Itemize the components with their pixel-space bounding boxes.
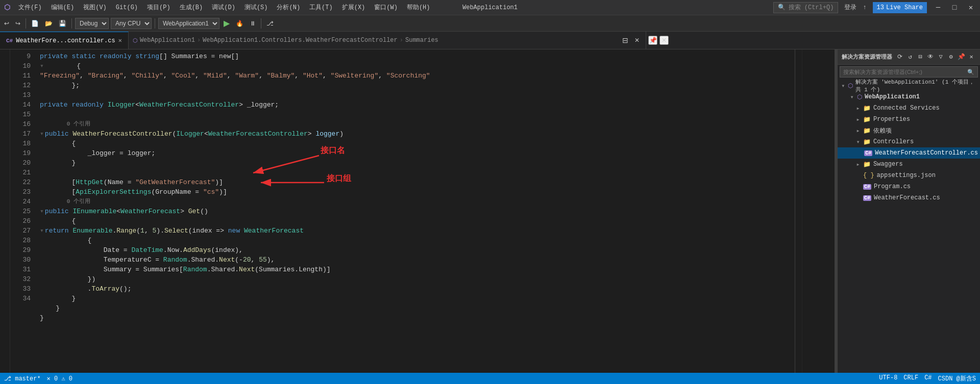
line-number: 28 bbox=[10, 236, 36, 245]
token-kw: string bbox=[135, 52, 159, 61]
tree-expand-icon: ▾ bbox=[854, 138, 862, 146]
tree-item-dependencies[interactable]: ▸📁依赖项 bbox=[838, 125, 980, 136]
token-op: , bbox=[163, 71, 172, 81]
minimize-button[interactable]: ─ bbox=[933, 3, 943, 13]
expand-icon: ▾ bbox=[840, 82, 847, 90]
menu-git[interactable]: Git(G) bbox=[112, 2, 142, 13]
menu-view[interactable]: 视图(V) bbox=[79, 1, 111, 14]
token-op: , bbox=[378, 71, 386, 81]
startup-project-select[interactable]: WebApplication1 bbox=[158, 18, 219, 29]
menu-extensions[interactable]: 扩展(X) bbox=[338, 1, 370, 14]
token-op: , bbox=[80, 71, 88, 81]
new-file-button[interactable]: 📄 bbox=[29, 17, 41, 30]
scrollbar[interactable] bbox=[795, 49, 802, 384]
token-str: "Sweltering" bbox=[331, 71, 379, 81]
menu-test[interactable]: 测试(S) bbox=[240, 1, 272, 14]
code-content[interactable]: private static readonly string[] Summari… bbox=[36, 49, 795, 384]
hot-reload-button[interactable]: 🔥 bbox=[234, 17, 246, 30]
panel-close2[interactable]: ✕ bbox=[967, 53, 976, 62]
pause-button[interactable]: ⏸ bbox=[248, 17, 258, 30]
close-panel-button[interactable]: ✕ bbox=[632, 34, 642, 46]
properties-button[interactable]: ⚙ bbox=[946, 53, 955, 62]
breadcrumb-class[interactable]: WebApplication1.Controllers.WeatherForec… bbox=[203, 37, 398, 44]
tree-item-program[interactable]: C#Program.cs bbox=[838, 181, 980, 192]
git-button[interactable]: ⎇ bbox=[264, 17, 276, 30]
menu-help[interactable]: 帮助(H) bbox=[403, 1, 434, 14]
folder-icon: 📁 bbox=[863, 127, 871, 135]
show-all-button[interactable]: 👁 bbox=[926, 53, 935, 62]
outline-gutter bbox=[827, 49, 835, 384]
token-type: Random bbox=[183, 265, 207, 274]
global-search[interactable]: 🔍 搜索 (Ctrl+Q) bbox=[773, 2, 839, 13]
token-str: "Hot" bbox=[303, 71, 323, 81]
toolbar-sep-2 bbox=[71, 18, 72, 29]
collapse-all-button[interactable]: ⊟ bbox=[916, 53, 925, 62]
line-ending[interactable]: CRLF bbox=[903, 374, 918, 383]
token-op: )] bbox=[215, 177, 223, 187]
status-left: ⎇ master* ✕ 0 ⚠ 0 bbox=[4, 375, 72, 382]
solution-icon: ⬡ bbox=[848, 82, 853, 90]
panel-pin-button[interactable]: 📌 bbox=[648, 36, 657, 45]
login-label[interactable]: 登录 bbox=[844, 3, 856, 12]
token-kw: static bbox=[71, 52, 95, 61]
live-share-button[interactable]: 13 Live Share bbox=[873, 2, 927, 13]
tree-item-properties[interactable]: ▸📁Properties bbox=[838, 114, 980, 125]
panel-close-button[interactable]: ✕ bbox=[659, 36, 669, 45]
breadcrumb-project[interactable]: WebApplication1 bbox=[140, 37, 195, 44]
undo-button[interactable]: ↩ bbox=[2, 17, 11, 30]
main-area: 9101112131415 16171819202122 23242526272… bbox=[0, 49, 980, 384]
restore-button[interactable]: □ bbox=[949, 3, 960, 13]
menu-debug[interactable]: 调试(D) bbox=[208, 1, 239, 14]
tree-item-weatherforecast-controller[interactable]: C#WeatherForecastController.cs bbox=[838, 147, 980, 159]
menu-analyze[interactable]: 分析(N) bbox=[273, 1, 304, 14]
menu-file[interactable]: 文件(F) bbox=[14, 1, 46, 14]
search-input[interactable] bbox=[843, 69, 967, 75]
split-editor-button[interactable]: ⊟ bbox=[620, 34, 630, 46]
menu-project[interactable]: 项目(P) bbox=[143, 1, 175, 14]
tree-item-connected-services[interactable]: ▸📁Connected Services bbox=[838, 103, 980, 114]
token-fn: WeatherForecastController bbox=[72, 129, 172, 139]
menu-window[interactable]: 窗口(W) bbox=[370, 1, 402, 14]
menu-edit[interactable]: 编辑(E) bbox=[47, 1, 79, 14]
solution-root[interactable]: ▾⬡解决方案 'WebApplication1' (1 个项目，共 1 个) bbox=[838, 80, 980, 91]
solution-explorer-panel: 解决方案资源管理器 ⟳ ↺ ⊟ 👁 ▽ ⚙ 📌 ✕ 🔍 ▾⬡解决方案 'WebA… bbox=[837, 49, 980, 384]
token-type: ILogger bbox=[176, 129, 204, 139]
close-button[interactable]: ✕ bbox=[966, 3, 976, 13]
tree-item-controllers[interactable]: ▾📁Controllers bbox=[838, 136, 980, 147]
run-button[interactable]: ▶ bbox=[222, 17, 232, 30]
debug-config-select[interactable]: Debug bbox=[75, 18, 109, 29]
tree-item-weatherforecast[interactable]: C#WeatherForecast.cs bbox=[838, 192, 980, 203]
active-tab[interactable]: C# WeatherFore...controller.cs ✕ bbox=[0, 32, 129, 49]
tab-close-icon[interactable]: ✕ bbox=[118, 37, 122, 44]
token-op bbox=[131, 52, 135, 61]
filter-button[interactable]: ▽ bbox=[936, 53, 945, 62]
error-count[interactable]: ✕ 0 ⚠ 0 bbox=[47, 375, 72, 382]
language-mode[interactable]: C# bbox=[924, 374, 932, 383]
collapse-icon[interactable]: ▾ bbox=[40, 61, 44, 71]
refresh-button[interactable]: ↺ bbox=[905, 53, 915, 62]
collapse-icon[interactable]: ▾ bbox=[40, 226, 44, 236]
line-number: 22 bbox=[10, 177, 36, 187]
open-button[interactable]: 📂 bbox=[43, 17, 55, 30]
search-box[interactable]: 🔍 bbox=[840, 66, 978, 78]
menu-tools[interactable]: 工具(T) bbox=[305, 1, 337, 14]
collapse-icon[interactable]: ▾ bbox=[40, 129, 44, 139]
save-button[interactable]: 💾 bbox=[57, 17, 68, 30]
redo-button[interactable]: ↪ bbox=[13, 17, 22, 30]
title-bar: ⬡ 文件(F) 编辑(E) 视图(V) Git(G) 项目(P) 生成(B) 调… bbox=[0, 0, 980, 15]
encoding[interactable]: UTF-8 bbox=[879, 374, 897, 383]
panel-pin2[interactable]: 📌 bbox=[957, 53, 966, 62]
token-str: "Chilly" bbox=[131, 71, 163, 81]
tree-item-swaggers[interactable]: ▸📁Swaggers bbox=[838, 159, 980, 170]
platform-select[interactable]: Any CPU bbox=[111, 18, 152, 29]
token-fn: Next bbox=[219, 255, 235, 265]
breadcrumb-member[interactable]: Summaries bbox=[405, 37, 438, 44]
token-str: "Mild" bbox=[203, 71, 227, 81]
menu-build[interactable]: 生成(B) bbox=[176, 1, 207, 14]
toolbar-sep-4 bbox=[261, 18, 261, 29]
git-branch[interactable]: ⎇ master* bbox=[4, 375, 41, 382]
sync-button[interactable]: ⟳ bbox=[895, 53, 904, 62]
tree-item-appsettings[interactable]: { }appsettings.json bbox=[838, 170, 980, 181]
collapse-icon[interactable]: ▾ bbox=[40, 207, 44, 216]
search-icon: 🔍 bbox=[967, 69, 974, 75]
